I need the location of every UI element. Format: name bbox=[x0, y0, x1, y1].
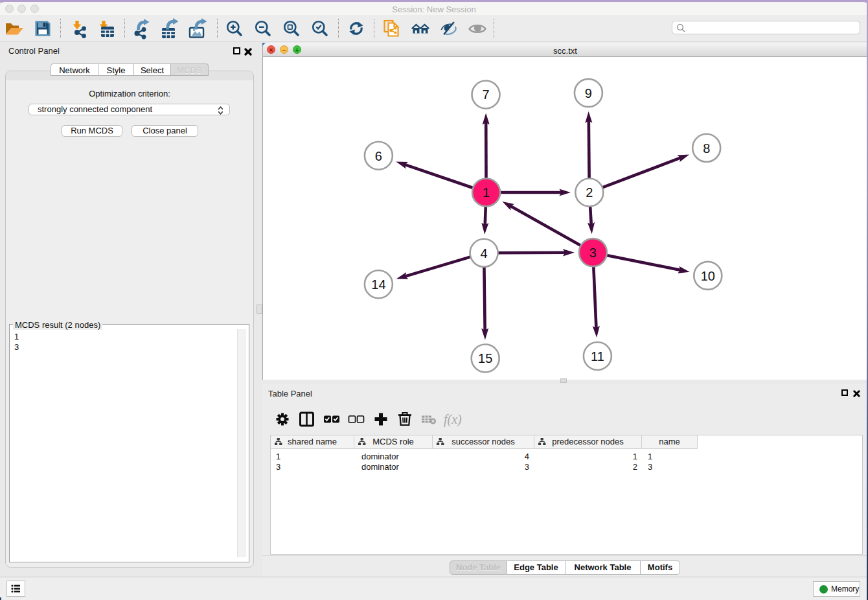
svg-text:8: 8 bbox=[703, 141, 710, 156]
svg-text:15: 15 bbox=[478, 351, 492, 365]
svg-text:7: 7 bbox=[482, 87, 489, 102]
svg-text:14: 14 bbox=[371, 277, 385, 292]
svg-text:9: 9 bbox=[585, 86, 592, 100]
svg-text:3: 3 bbox=[589, 246, 597, 260]
svg-text:1: 1 bbox=[483, 185, 490, 200]
svg-text:2: 2 bbox=[586, 185, 593, 200]
svg-text:10: 10 bbox=[701, 269, 715, 283]
svg-text:6: 6 bbox=[375, 149, 382, 163]
svg-text:f(x): f(x) bbox=[444, 412, 462, 427]
svg-text:4: 4 bbox=[481, 246, 488, 260]
svg-text:11: 11 bbox=[591, 349, 604, 363]
